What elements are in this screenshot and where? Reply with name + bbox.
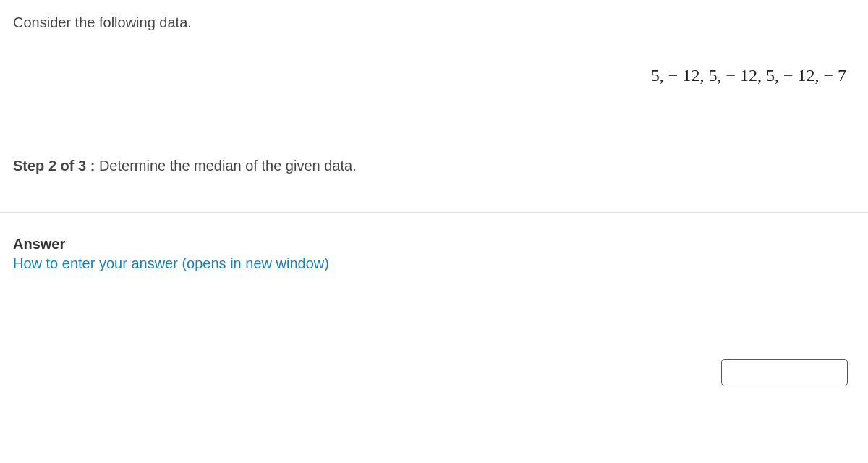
step-instruction: Determine the median of the given data.: [95, 158, 356, 174]
step-label: Step 2 of 3 :: [13, 158, 95, 174]
answer-help-link[interactable]: How to enter your answer (opens in new w…: [13, 255, 329, 271]
answer-input-container: [13, 359, 854, 386]
step-row: Step 2 of 3 : Determine the median of th…: [13, 158, 854, 174]
section-divider: [0, 212, 868, 213]
data-values: 5, − 12, 5, − 12, 5, − 12, − 7: [13, 66, 854, 85]
answer-heading: Answer: [13, 236, 854, 252]
answer-input[interactable]: [721, 359, 848, 386]
question-prompt: Consider the following data.: [13, 14, 854, 31]
